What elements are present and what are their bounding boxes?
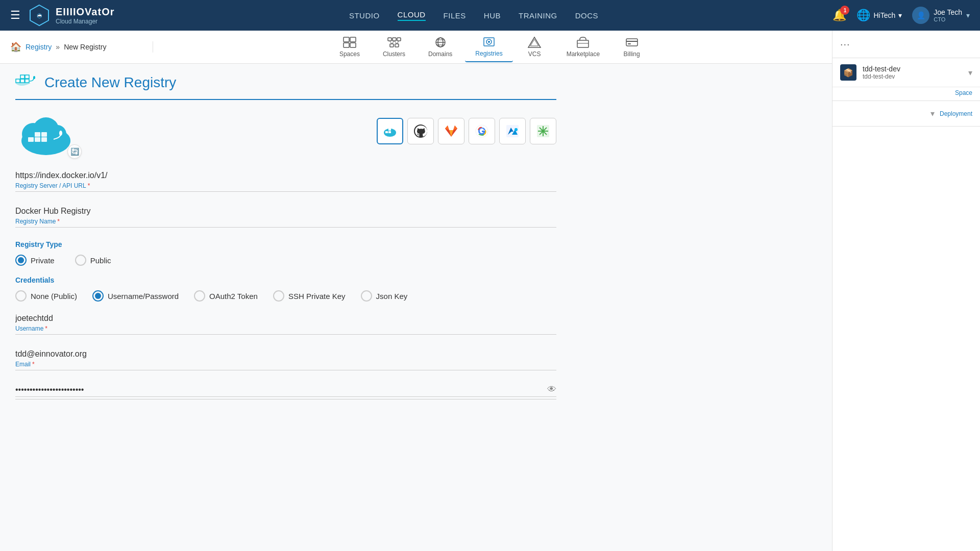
hamburger-menu[interactable]: ☰ — [10, 9, 20, 22]
svg-rect-35 — [25, 79, 29, 83]
registry-name-field: Registry Name * — [15, 205, 556, 228]
nav-studio[interactable]: STUDIO — [349, 11, 380, 20]
registry-name-input[interactable] — [15, 205, 556, 218]
svg-point-25 — [488, 41, 490, 43]
space-sub: tdd-test-dev — [863, 73, 962, 80]
svg-rect-54 — [388, 131, 391, 133]
more-options-icon[interactable]: ··· — [840, 38, 850, 50]
svg-text:☁: ☁ — [37, 12, 42, 17]
space-expand-icon[interactable]: ▾ — [968, 68, 972, 78]
registry-custom-btn[interactable] — [530, 118, 556, 144]
subnav-clusters[interactable]: Clusters — [373, 32, 415, 62]
domains-icon — [433, 36, 448, 48]
cred-username-password[interactable]: Username/Password — [92, 290, 179, 302]
svg-rect-33 — [16, 79, 20, 83]
space-selector[interactable]: 📦 tdd-test-dev tdd-test-dev ▾ — [832, 58, 980, 87]
registry-type-public[interactable]: Public — [75, 255, 111, 266]
gcloud-icon — [474, 123, 489, 139]
svg-rect-8 — [350, 43, 356, 47]
form-section: Registry Server / API URL * Registry Nam… — [15, 169, 556, 399]
docker-cloud-icon — [382, 124, 398, 138]
registry-gitlab-btn[interactable] — [438, 118, 464, 144]
org-selector[interactable]: 🌐 HiTech ▾ — [856, 9, 902, 22]
docker-logo: 🔄 — [15, 113, 77, 159]
ssh-label: SSH Private Key — [288, 292, 346, 300]
registry-url-field: Registry Server / API URL * — [15, 169, 556, 192]
ssh-radio[interactable] — [273, 290, 284, 302]
registry-name-label: Registry Name — [15, 218, 56, 225]
page-title: Create New Registry — [44, 74, 176, 91]
refresh-button[interactable]: 🔄 — [67, 144, 82, 159]
svg-rect-7 — [344, 43, 349, 47]
cred-oauth2[interactable]: OAuth2 Token — [194, 290, 258, 302]
svg-rect-32 — [628, 43, 631, 44]
registry-type-private[interactable]: Private — [15, 255, 55, 266]
email-input[interactable] — [15, 347, 556, 361]
space-icon: 📦 — [840, 64, 856, 81]
username-password-radio[interactable] — [92, 290, 104, 302]
registry-url-input[interactable] — [15, 169, 556, 182]
subnav-vcs[interactable]: VCS — [516, 32, 554, 62]
user-menu[interactable]: 👤 Joe Tech CTO ▾ — [912, 7, 970, 24]
email-label: Email — [15, 361, 31, 368]
svg-rect-30 — [626, 39, 638, 46]
right-panel: ··· 📦 tdd-test-dev tdd-test-dev ▾ Space … — [832, 31, 980, 551]
nav-files[interactable]: FILES — [444, 11, 466, 20]
billing-label: Billing — [624, 51, 640, 58]
azure-icon — [505, 123, 520, 139]
username-input[interactable] — [15, 312, 556, 325]
notification-button[interactable]: 🔔 1 — [832, 9, 846, 22]
nav-hub[interactable]: HUB — [484, 11, 501, 20]
registry-github-btn[interactable] — [407, 118, 434, 144]
svg-rect-37 — [25, 75, 29, 79]
none-radio[interactable] — [15, 290, 27, 302]
password-field: 👁 — [15, 383, 556, 399]
password-input[interactable] — [15, 383, 556, 397]
subnav-domains[interactable]: Domains — [418, 32, 462, 62]
username-label: Username — [15, 325, 43, 332]
public-label: Public — [90, 256, 111, 265]
deployment-expand-icon[interactable]: ▾ — [930, 109, 935, 118]
logo: ⬡ ☁ EIIIIOVatOr Cloud Manager — [28, 4, 114, 27]
subnav-marketplace[interactable]: Marketplace — [556, 32, 610, 62]
cred-json[interactable]: Json Key — [361, 290, 408, 302]
email-field: Email * — [15, 347, 556, 370]
main-content: Create New Registry — [0, 64, 832, 551]
subnav-billing[interactable]: Billing — [612, 32, 651, 62]
public-radio[interactable] — [75, 255, 86, 266]
domains-label: Domains — [428, 51, 452, 58]
vcs-icon — [527, 36, 542, 48]
oauth2-radio[interactable] — [194, 290, 205, 302]
svg-rect-34 — [20, 79, 24, 83]
svg-rect-45 — [41, 137, 47, 142]
private-radio[interactable] — [15, 255, 27, 266]
svg-rect-44 — [35, 137, 40, 142]
svg-rect-46 — [35, 132, 40, 137]
page-title-row: Create New Registry — [15, 74, 556, 100]
logo-title: EIIIIOVatOr — [56, 6, 114, 18]
user-role: CTO — [934, 16, 962, 22]
logo-icon: ⬡ ☁ — [28, 4, 51, 27]
registry-azure-btn[interactable] — [499, 118, 526, 144]
cred-ssh[interactable]: SSH Private Key — [273, 290, 346, 302]
password-visibility-toggle[interactable]: 👁 — [547, 384, 556, 395]
subnav-spaces[interactable]: Spaces — [329, 32, 370, 62]
svg-rect-36 — [20, 75, 24, 79]
registry-docker-btn[interactable] — [377, 118, 403, 144]
nav-docs[interactable]: DOCS — [575, 11, 598, 20]
cred-none[interactable]: None (Public) — [15, 290, 77, 302]
nav-cloud[interactable]: CLOUD — [398, 10, 426, 21]
svg-point-38 — [33, 76, 35, 79]
nav-training[interactable]: TRAINING — [519, 11, 557, 20]
svg-rect-47 — [41, 132, 47, 137]
json-radio[interactable] — [361, 290, 372, 302]
space-label: Space — [832, 87, 980, 101]
subnav-registries[interactable]: Registries — [465, 32, 512, 62]
registry-type-label: Registry Type — [15, 240, 556, 248]
registry-gcloud-btn[interactable] — [469, 118, 495, 144]
clusters-label: Clusters — [383, 51, 405, 58]
globe-icon: 🌐 — [856, 9, 870, 22]
none-label: None (Public) — [31, 292, 77, 300]
github-icon — [413, 123, 428, 139]
spaces-icon — [342, 36, 357, 48]
